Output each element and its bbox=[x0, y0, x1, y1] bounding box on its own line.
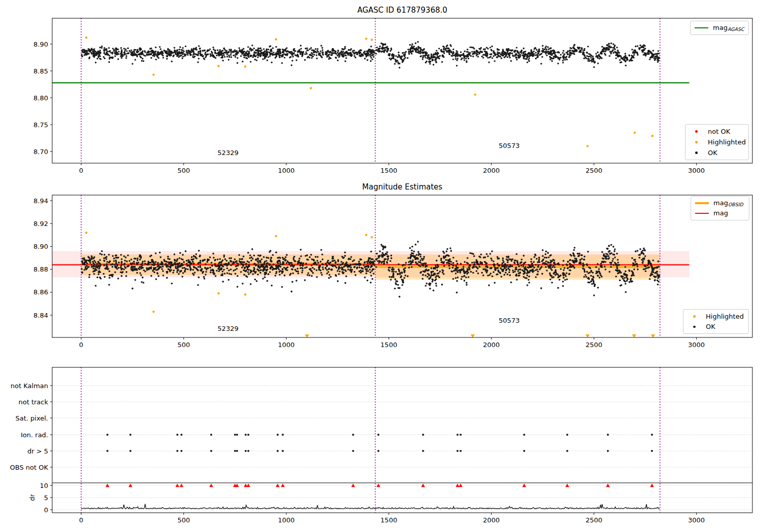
svg-text:50573: 50573 bbox=[499, 317, 519, 324]
bottom-flag-points bbox=[106, 434, 653, 452]
legend-label: magAGASC bbox=[713, 24, 744, 32]
top-plot-title: AGASC ID 617879368.0 bbox=[52, 6, 752, 14]
legend-label: OK bbox=[706, 323, 715, 330]
svg-text:1000: 1000 bbox=[278, 167, 294, 174]
svg-text:0: 0 bbox=[79, 167, 83, 174]
middle-annotations: 5232950573 bbox=[217, 317, 519, 332]
figure-canvas: 52329505730500100015002000250030008.908.… bbox=[0, 0, 760, 532]
svg-text:2000: 2000 bbox=[483, 516, 500, 524]
legend-label: OK bbox=[708, 149, 717, 157]
svg-text:8.70: 8.70 bbox=[33, 148, 48, 156]
bottom-vlines bbox=[81, 367, 660, 513]
svg-text:8.94: 8.94 bbox=[33, 197, 48, 205]
svg-text:OBS not OK: OBS not OK bbox=[10, 464, 49, 471]
middle-y-axis: 8.948.928.908.888.868.84 bbox=[33, 197, 52, 319]
middle-panel: 52329505730500100015002000250030008.948.… bbox=[33, 195, 752, 349]
bottom-panel: not Kalmannot trackSat. pixel.Ion. rad.d… bbox=[10, 367, 753, 524]
svg-text:1500: 1500 bbox=[381, 167, 397, 174]
top-y-axis: 8.908.858.808.758.70 bbox=[33, 41, 52, 156]
legend-item-mag-agasc: magAGASC bbox=[695, 23, 744, 33]
svg-text:8.84: 8.84 bbox=[33, 312, 48, 319]
svg-text:2500: 2500 bbox=[586, 341, 602, 349]
svg-text:3000: 3000 bbox=[688, 167, 705, 174]
dr-axis-label: dr bbox=[28, 494, 36, 501]
svg-text:8.88: 8.88 bbox=[33, 265, 48, 273]
svg-text:0: 0 bbox=[44, 506, 48, 514]
orange-line-swatch bbox=[695, 202, 709, 204]
svg-text:500: 500 bbox=[177, 516, 190, 524]
svg-text:2000: 2000 bbox=[483, 167, 500, 174]
orange-dot-swatch bbox=[695, 141, 698, 143]
svg-text:8.86: 8.86 bbox=[33, 288, 48, 296]
svg-text:0: 0 bbox=[79, 516, 83, 524]
legend-item-mag: mag bbox=[695, 208, 745, 218]
bottom-dr-axis: 1050dr bbox=[28, 482, 52, 514]
legend-item-highlighted: Highlighted bbox=[690, 137, 744, 147]
orange-dot-swatch bbox=[693, 315, 696, 318]
black-dot-swatch bbox=[693, 326, 696, 328]
top-plot-marker-legend: not OK Highlighted OK bbox=[685, 124, 749, 160]
legend-item-highlighted: Highlighted bbox=[688, 311, 744, 322]
svg-text:500: 500 bbox=[177, 341, 190, 349]
svg-text:2500: 2500 bbox=[586, 516, 602, 524]
legend-label: Highlighted bbox=[708, 138, 746, 146]
svg-text:3000: 3000 bbox=[688, 516, 705, 524]
svg-text:5: 5 bbox=[44, 494, 48, 502]
bottom-x-axis: 050010001500200025003000 bbox=[79, 513, 705, 524]
svg-text:8.80: 8.80 bbox=[33, 94, 48, 102]
svg-text:not track: not track bbox=[18, 398, 48, 406]
top-scatter-ok bbox=[81, 41, 660, 68]
svg-text:8.92: 8.92 bbox=[33, 220, 48, 227]
svg-text:Sat. pixel.: Sat. pixel. bbox=[16, 414, 48, 422]
svg-text:1500: 1500 bbox=[381, 341, 397, 349]
svg-text:1000: 1000 bbox=[278, 341, 294, 349]
black-dot-swatch bbox=[695, 151, 698, 154]
top-plot-line-legend: magAGASC bbox=[690, 21, 749, 35]
top-vlines bbox=[81, 18, 660, 163]
top-annotations: 5232950573 bbox=[217, 142, 519, 157]
svg-text:1500: 1500 bbox=[381, 516, 397, 524]
middle-plot-marker-legend: Highlighted OK bbox=[683, 309, 749, 334]
green-line-swatch bbox=[695, 27, 708, 28]
bottom-category-labels: not Kalmannot trackSat. pixel.Ion. rad.d… bbox=[10, 382, 53, 471]
svg-text:3000: 3000 bbox=[688, 341, 705, 349]
legend-item-not-ok: not OK bbox=[690, 126, 744, 137]
svg-text:52329: 52329 bbox=[217, 325, 238, 332]
middle-plot-line-legend: magOBSID mag bbox=[691, 196, 749, 220]
figure: 52329505730500100015002000250030008.908.… bbox=[0, 0, 760, 532]
legend-label: Highlighted bbox=[706, 313, 744, 320]
dr-trace bbox=[81, 504, 660, 509]
svg-text:10: 10 bbox=[40, 482, 48, 489]
svg-text:2500: 2500 bbox=[586, 167, 602, 174]
bottom-grid bbox=[52, 386, 752, 510]
svg-text:dr > 5: dr > 5 bbox=[27, 447, 48, 455]
legend-item-ok: OK bbox=[690, 147, 744, 158]
middle-plot-title: Magnitude Estimates bbox=[52, 183, 752, 191]
red-line-swatch bbox=[695, 213, 709, 214]
legend-label: not OK bbox=[708, 128, 730, 135]
red-dot-swatch bbox=[695, 130, 698, 133]
svg-text:52329: 52329 bbox=[217, 149, 238, 157]
svg-text:Ion. rad.: Ion. rad. bbox=[21, 431, 48, 439]
svg-text:0: 0 bbox=[79, 341, 83, 349]
svg-text:500: 500 bbox=[177, 167, 190, 174]
legend-item-ok: OK bbox=[688, 322, 744, 332]
svg-text:50573: 50573 bbox=[499, 142, 519, 149]
svg-text:2000: 2000 bbox=[483, 341, 500, 349]
svg-text:8.85: 8.85 bbox=[33, 67, 48, 75]
top-panel: 52329505730500100015002000250030008.908.… bbox=[33, 18, 752, 174]
svg-text:8.75: 8.75 bbox=[33, 121, 48, 129]
middle-x-axis: 050010001500200025003000 bbox=[79, 337, 705, 349]
svg-text:not Kalman: not Kalman bbox=[11, 382, 48, 390]
svg-text:8.90: 8.90 bbox=[33, 243, 48, 250]
legend-label: magOBSID bbox=[713, 199, 743, 207]
legend-label: mag bbox=[713, 209, 728, 217]
svg-text:8.90: 8.90 bbox=[33, 41, 48, 48]
legend-item-mag-obsid: magOBSID bbox=[695, 198, 745, 208]
top-x-axis: 050010001500200025003000 bbox=[79, 163, 705, 174]
svg-text:1000: 1000 bbox=[278, 516, 294, 524]
